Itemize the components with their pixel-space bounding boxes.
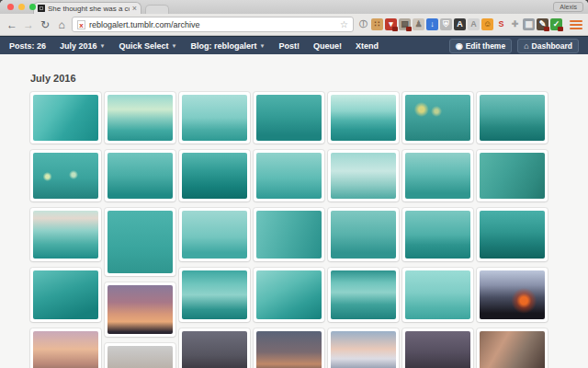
photo-teal-foggy-skyline[interactable] [179, 208, 250, 261]
chevron-down-icon: ▼ [100, 43, 106, 49]
photo-friends-flash-photo[interactable] [477, 328, 548, 368]
photo-purple-sunset-clouds[interactable] [105, 282, 175, 337]
gray-plus-extension-icon[interactable]: ✚ [509, 18, 521, 30]
teal-bus-window-image [331, 270, 396, 319]
teal-mosque-fireworks-image [331, 211, 396, 259]
archive-content: July 2016 [0, 54, 588, 368]
dark-a-circle-extension-icon[interactable]: A [454, 18, 466, 30]
photo-skyline-sunset-clouds[interactable] [254, 328, 324, 368]
teal-car-windshield-image [182, 270, 247, 319]
queue-button[interactable]: Queue! [313, 41, 342, 51]
bookmark-star-icon[interactable]: ☆ [340, 19, 348, 29]
photo-crowd-silhouettes-dusk[interactable] [179, 328, 250, 368]
city-street-cars-image [107, 346, 173, 368]
photo-teal-sea-horizon[interactable] [328, 92, 399, 144]
person-box-extension-icon[interactable]: ♟ [413, 18, 424, 30]
tab-favicon [38, 5, 45, 12]
smiley-extension-icon[interactable]: ☺ [481, 18, 493, 30]
teal-parking-cars-image [107, 95, 173, 141]
url-text[interactable]: reblogalert.tumblr.com/archive [89, 20, 336, 29]
photo-teal-empty-road[interactable] [179, 92, 250, 144]
photo-teal-rain-window[interactable] [105, 208, 175, 276]
post-button[interactable]: Post! [278, 41, 300, 51]
red-s-extension-icon[interactable]: S [495, 18, 507, 30]
info-circle-extension-icon[interactable]: ⓘ [357, 18, 369, 30]
quick-select-label: Quick Select [119, 41, 169, 51]
photo-teal-white-house[interactable] [328, 150, 399, 201]
grid-square-extension-icon[interactable]: ▦ [523, 18, 535, 30]
photo-teal-terrace-walk[interactable] [402, 150, 473, 201]
photo-teal-bench-harbor[interactable] [477, 92, 548, 144]
address-bar[interactable]: x reblogalert.tumblr.com/archive ☆ [72, 17, 354, 32]
close-window-button[interactable] [7, 4, 14, 10]
dashboard-button[interactable]: ⌂ Dashboard [517, 39, 579, 53]
new-tab-button[interactable] [145, 5, 169, 14]
photo-teal-sleeping-couple[interactable] [477, 150, 548, 201]
red-pocket-extension-icon[interactable]: ▾ [385, 18, 397, 30]
grid-column-7 [477, 92, 548, 368]
folder-extension-icon[interactable]: ▤ [399, 18, 411, 30]
photo-teal-playground-dusk[interactable] [105, 150, 175, 201]
teal-pebble-beach-image [256, 270, 322, 319]
edit-theme-button[interactable]: ◉ Edit theme [449, 39, 512, 53]
teal-misty-mountains-image [33, 211, 98, 259]
dark-tool-extension-icon[interactable]: ✎ [537, 18, 548, 30]
photo-teal-girl-haze[interactable] [402, 268, 473, 322]
xtend-button[interactable]: Xtend [356, 41, 379, 51]
photo-teal-city-lights-dusk[interactable] [477, 208, 548, 261]
grid-column-1 [30, 92, 101, 368]
photo-mountain-road-sunset[interactable] [328, 328, 399, 368]
volcano-lava-plume-image [480, 270, 545, 319]
tan-box-extension-icon[interactable]: ∷ [371, 18, 383, 30]
photo-teal-street-overhead[interactable] [30, 268, 101, 322]
photo-hands-up-dusk[interactable] [402, 328, 473, 368]
blue-download-extension-icon[interactable]: ↓ [426, 18, 438, 30]
tab-close-icon[interactable]: × [132, 5, 137, 12]
teal-girl-haze-image [405, 270, 470, 319]
refresh-icon[interactable]: ↻ [39, 19, 51, 30]
photo-teal-traffic-light[interactable] [254, 150, 324, 201]
blog-dropdown[interactable]: Blog: reblogalert ▼ [191, 41, 266, 51]
photo-teal-pebble-beach[interactable] [254, 268, 324, 322]
photo-teal-mosque-fireworks[interactable] [328, 208, 399, 261]
photo-teal-stormy-trees[interactable] [179, 150, 250, 201]
photo-teal-bus-window[interactable] [328, 268, 399, 322]
photo-volcano-lava-plume[interactable] [477, 268, 548, 322]
extension-badge [392, 27, 398, 31]
friends-flash-photo-image [480, 331, 545, 368]
photo-teal-harbor-skyline[interactable] [402, 208, 473, 261]
zoom-window-button[interactable] [29, 4, 36, 10]
teal-bench-harbor-image [480, 95, 545, 141]
quick-select-dropdown[interactable]: Quick Select ▼ [119, 41, 177, 51]
photo-teal-misty-mountains[interactable] [30, 208, 101, 261]
light-a-circle-extension-icon[interactable]: A [468, 18, 480, 30]
photo-sunset-street[interactable] [30, 328, 101, 368]
minimize-window-button[interactable] [18, 4, 25, 10]
teal-sleeping-couple-image [480, 153, 545, 199]
browser-tab[interactable]: She thought she was a co... × [33, 2, 141, 14]
tab-title: She thought she was a co... [48, 5, 130, 13]
hands-up-dusk-image [405, 331, 470, 368]
photo-teal-town-street[interactable] [254, 92, 324, 144]
month-dropdown[interactable]: July 2016 ▼ [60, 41, 105, 51]
photo-teal-foggy-streetlights[interactable] [402, 92, 473, 144]
photo-teal-girl-overlook[interactable] [254, 208, 324, 261]
month-dropdown-label: July 2016 [60, 41, 97, 51]
grid-column-4 [254, 92, 324, 368]
teal-foggy-skyline-image [182, 211, 247, 259]
back-icon[interactable]: ← [6, 19, 18, 30]
browser-window: She thought she was a co... × Alexis ← →… [0, 0, 588, 368]
gray-shield-extension-icon[interactable]: ⛨ [440, 18, 452, 30]
chrome-menu-icon[interactable] [570, 20, 582, 29]
green-check-extension-icon[interactable]: ✓ [550, 18, 562, 30]
photo-teal-beach-waves[interactable] [30, 92, 101, 144]
forward-icon[interactable]: → [22, 19, 35, 30]
home-icon[interactable]: ⌂ [55, 19, 68, 30]
dashboard-label: Dashboard [532, 41, 572, 51]
profile-name-badge[interactable]: Alexis [553, 2, 583, 12]
photo-teal-parking-cars[interactable] [105, 92, 175, 144]
photo-city-street-cars[interactable] [105, 343, 175, 368]
photo-teal-car-windshield[interactable] [179, 268, 250, 322]
photo-teal-girl-night-lights[interactable] [30, 150, 101, 201]
grid-column-5 [328, 92, 399, 368]
